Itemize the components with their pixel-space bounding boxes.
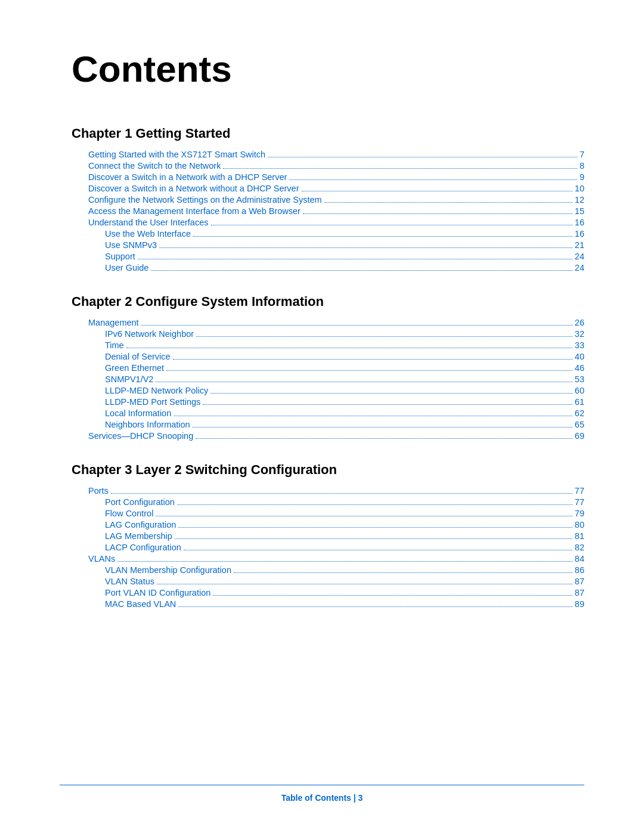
toc-entry[interactable]: Management26 — [88, 318, 584, 327]
toc-entry[interactable]: Understand the User Interfaces16 — [88, 218, 584, 227]
toc-link[interactable]: LAG Membership — [105, 531, 172, 541]
toc-entry[interactable]: VLAN Membership Configuration86 — [105, 565, 584, 575]
toc-entry[interactable]: Time33 — [105, 340, 584, 350]
toc-link[interactable]: Connect the Switch to the Network — [88, 161, 221, 171]
toc-link[interactable]: Port VLAN ID Configuration — [105, 588, 210, 597]
toc-dots — [138, 259, 572, 259]
toc-page-number: 79 — [575, 509, 584, 518]
toc-dots — [166, 370, 572, 371]
toc-dots — [268, 157, 577, 157]
toc-entry[interactable]: User Guide24 — [105, 263, 584, 272]
toc-link[interactable]: Getting Started with the XS712T Smart Sw… — [88, 150, 265, 159]
toc-link[interactable]: Port Configuration — [105, 497, 175, 507]
toc-link[interactable]: Services—DHCP Snooping — [88, 431, 193, 441]
toc-dots — [213, 595, 572, 596]
toc-link[interactable]: Denial of Service — [105, 352, 171, 361]
toc-link[interactable]: LAG Configuration — [105, 520, 176, 529]
toc-dots — [178, 606, 572, 607]
toc-link[interactable]: Use SNMPv3 — [105, 240, 157, 250]
toc-page-number: 65 — [575, 420, 584, 429]
footer: Table of Contents | 3 — [60, 785, 584, 803]
toc-dots — [210, 393, 572, 394]
toc-dots — [223, 168, 577, 169]
toc-entry[interactable]: Denial of Service40 — [105, 352, 584, 361]
toc-dots — [211, 225, 572, 225]
toc-link[interactable]: Discover a Switch in a Network with a DH… — [88, 172, 287, 182]
toc-entry[interactable]: Flow Control79 — [105, 509, 584, 518]
toc-link[interactable]: VLAN Status — [105, 577, 154, 586]
toc-link[interactable]: Green Ethernet — [105, 363, 164, 373]
toc-entry[interactable]: MAC Based VLAN89 — [105, 599, 584, 609]
toc-entry[interactable]: VLAN Status87 — [105, 577, 584, 586]
toc-page-number: 21 — [575, 240, 584, 250]
toc-link[interactable]: Management — [88, 318, 139, 327]
toc-dots — [111, 493, 572, 494]
toc-dots — [203, 404, 572, 405]
chapter-heading-ch1: Chapter 1 Getting Started — [72, 126, 584, 141]
toc-link[interactable]: Access the Management Interface from a W… — [88, 206, 301, 216]
toc-dots — [117, 561, 572, 562]
toc-page-number: 81 — [575, 531, 584, 541]
toc-link[interactable]: Configure the Network Settings on the Ad… — [88, 195, 322, 205]
toc-link[interactable]: Ports — [88, 486, 109, 496]
toc-entry[interactable]: IPv6 Network Neighbor32 — [105, 329, 584, 339]
toc-link[interactable]: Use the Web Interface — [105, 229, 191, 239]
toc-entry[interactable]: VLANs84 — [88, 554, 584, 563]
toc-link[interactable]: Neighbors Information — [105, 420, 190, 429]
toc-link[interactable]: Local Information — [105, 408, 171, 418]
toc-link[interactable]: SNMPV1/V2 — [105, 374, 153, 384]
toc-page-number: 16 — [575, 229, 584, 239]
toc-entry[interactable]: Use the Web Interface16 — [105, 229, 584, 239]
toc-entry[interactable]: Discover a Switch in a Network with a DH… — [88, 172, 584, 182]
toc-entry[interactable]: Neighbors Information65 — [105, 420, 584, 429]
toc-dots — [157, 584, 572, 584]
footer-text: Table of Contents | 3 — [281, 793, 363, 803]
toc-page-number: 86 — [575, 565, 584, 575]
toc-entry[interactable]: Support24 — [105, 252, 584, 261]
toc-dots — [175, 538, 572, 539]
toc-entry[interactable]: Access the Management Interface from a W… — [88, 206, 584, 216]
toc-entry[interactable]: Port Configuration77 — [105, 497, 584, 507]
toc-link[interactable]: MAC Based VLAN — [105, 599, 176, 609]
toc-link[interactable]: Flow Control — [105, 509, 153, 518]
toc-link[interactable]: LLDP-MED Port Settings — [105, 397, 200, 407]
toc-page-number: 87 — [575, 588, 584, 597]
toc-page-number: 12 — [575, 195, 584, 205]
toc-entry[interactable]: LAG Membership81 — [105, 531, 584, 541]
toc-entry[interactable]: LAG Configuration80 — [105, 520, 584, 529]
toc-entry[interactable]: Green Ethernet46 — [105, 363, 584, 373]
toc-link[interactable]: Discover a Switch in a Network without a… — [88, 184, 299, 193]
footer-page: 3 — [358, 793, 363, 803]
toc-entry[interactable]: LLDP-MED Network Policy60 — [105, 386, 584, 395]
toc-entry[interactable]: Discover a Switch in a Network without a… — [88, 184, 584, 193]
toc-dots — [156, 382, 572, 382]
toc-entry[interactable]: Configure the Network Settings on the Ad… — [88, 195, 584, 205]
toc-entry[interactable]: Port VLAN ID Configuration87 — [105, 588, 584, 597]
toc-entry[interactable]: Local Information62 — [105, 408, 584, 418]
toc-link[interactable]: LACP Configuration — [105, 543, 181, 552]
toc-entry[interactable]: SNMPV1/V253 — [105, 374, 584, 384]
toc-dots — [196, 438, 572, 439]
toc-page-number: 82 — [575, 543, 584, 552]
toc-link[interactable]: Understand the User Interfaces — [88, 218, 209, 227]
toc-link[interactable]: VLAN Membership Configuration — [105, 565, 231, 575]
toc-entry[interactable]: Getting Started with the XS712T Smart Sw… — [88, 150, 584, 159]
page-title: Contents — [72, 48, 584, 90]
toc-link[interactable]: Time — [105, 340, 124, 350]
toc-link[interactable]: LLDP-MED Network Policy — [105, 386, 208, 395]
toc-entry[interactable]: Connect the Switch to the Network8 — [88, 161, 584, 171]
toc-link[interactable]: Support — [105, 252, 135, 261]
toc-entry[interactable]: Services—DHCP Snooping69 — [88, 431, 584, 441]
toc-dots — [126, 348, 572, 348]
toc-dots — [177, 504, 572, 505]
toc-link[interactable]: User Guide — [105, 263, 148, 272]
toc-page-number: 77 — [575, 486, 584, 496]
toc-entry[interactable]: Ports77 — [88, 486, 584, 496]
toc-entry[interactable]: LLDP-MED Port Settings61 — [105, 397, 584, 407]
toc-entry[interactable]: Use SNMPv321 — [105, 240, 584, 250]
toc-link[interactable]: VLANs — [88, 554, 115, 563]
toc-dots — [151, 270, 572, 271]
toc-entry[interactable]: LACP Configuration82 — [105, 543, 584, 552]
toc-page-number: 33 — [575, 340, 584, 350]
toc-link[interactable]: IPv6 Network Neighbor — [105, 329, 194, 339]
